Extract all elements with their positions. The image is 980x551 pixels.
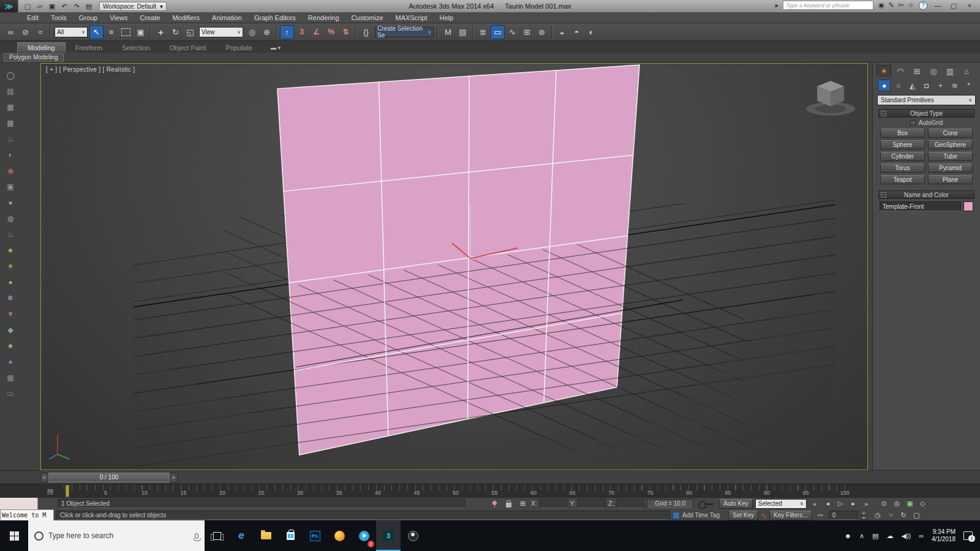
left-toolbar-icon[interactable]: ▣ (5, 181, 16, 192)
time-tag[interactable]: Add Time Tag (673, 512, 720, 519)
left-toolbar-icon[interactable]: ▤ (5, 86, 16, 96)
left-toolbar-icon[interactable]: ● (5, 356, 16, 367)
category-systems[interactable]: * (962, 80, 975, 91)
spinner-snap-toggle[interactable]: ⇅ (339, 25, 353, 39)
autogrid-checkbox[interactable] (910, 120, 916, 126)
selection-filter-dropdown[interactable]: All∨ (55, 27, 88, 37)
taskbar-clock[interactable]: 9:34 PM 4/1/2018 (932, 528, 956, 544)
track-bar[interactable]: ▤ 05101520253035404550556065707580859095… (0, 484, 980, 497)
tab-populate[interactable]: Populate (216, 43, 262, 53)
teapot-button[interactable]: Teapot (880, 175, 925, 184)
menu-item-edit[interactable]: Edit (21, 14, 45, 21)
new-scene-icon[interactable]: ▢ (22, 1, 33, 11)
sync-icon[interactable]: ∞ (919, 532, 924, 539)
previous-frame-arrow[interactable]: < (40, 473, 48, 482)
tab-freeform[interactable]: Freeform (66, 43, 113, 53)
photoshop-icon[interactable]: Ps (303, 520, 327, 551)
time-slider[interactable]: 0 / 100 (48, 473, 170, 482)
snaps-toggle[interactable]: 3 (295, 25, 309, 39)
select-and-manipulate[interactable]: ⊕ (260, 25, 274, 39)
time-slider-marker[interactable] (66, 485, 69, 497)
file-explorer-icon[interactable] (254, 520, 278, 551)
menu-item-help[interactable]: Help (434, 14, 460, 21)
frame-spinner[interactable]: ▲▼ (861, 511, 867, 520)
category-geometry[interactable]: ● (878, 80, 891, 91)
close-button[interactable]: × (962, 0, 978, 11)
align-button[interactable]: ▤ (456, 25, 470, 39)
x-coordinate-field[interactable] (539, 499, 567, 508)
category-space-warps[interactable]: ≋ (948, 80, 961, 91)
menu-item-rendering[interactable]: Rendering (302, 14, 345, 21)
save-file-icon[interactable]: ▣ (47, 1, 58, 11)
microphone-icon[interactable] (195, 533, 198, 539)
communication-center-icon[interactable]: ✎ (886, 1, 896, 10)
sign-in-icon[interactable]: ✄ (896, 1, 906, 10)
material-editor-button[interactable]: ⊚ (535, 25, 549, 39)
menu-item-animation[interactable]: Animation (206, 14, 248, 21)
tab-motion[interactable]: ◎ (926, 65, 941, 77)
tube-button[interactable]: Tube (928, 152, 973, 161)
z-coordinate-field[interactable] (616, 499, 644, 508)
taskbar-search-input[interactable]: Type here to search (28, 520, 205, 551)
schematic-view-button[interactable]: ⊞ (520, 25, 534, 39)
project-folder-icon[interactable]: ▤ (83, 1, 94, 11)
primitives-dropdown[interactable]: Standard Primitives ∨ (877, 95, 976, 105)
minimize-button[interactable]: — (930, 0, 946, 11)
menu-item-create[interactable]: Create (134, 14, 166, 21)
maximize-viewport-toggle[interactable]: ▢ (911, 510, 922, 520)
select-by-name[interactable]: ≡ (104, 25, 118, 39)
onedrive-icon[interactable]: ☁ (886, 532, 893, 540)
undo-icon[interactable]: ↶ (59, 1, 70, 11)
rectangular-selection-region[interactable] (119, 25, 133, 39)
object-color-swatch[interactable] (963, 201, 973, 211)
left-toolbar-icon[interactable]: ♨ (5, 133, 16, 144)
maxscript-mini-listener[interactable] (0, 498, 38, 509)
left-toolbar-icon[interactable]: ▼ (5, 309, 16, 319)
key-filters-button[interactable]: Key Filters... (769, 511, 812, 520)
tab-selection[interactable]: Selection (112, 43, 159, 53)
viewcube[interactable] (806, 81, 855, 116)
obs-icon[interactable] (401, 520, 425, 551)
manage-layers-button[interactable]: ≣ (476, 25, 490, 39)
cylinder-button[interactable]: Cylinder (880, 152, 925, 161)
absolute-mode-icon[interactable]: ⊞ (517, 498, 529, 509)
firefox-icon[interactable] (327, 520, 352, 551)
rendered-frame-window-button[interactable]: ◓ (570, 25, 584, 39)
left-toolbar-icon[interactable]: ◆ (5, 324, 16, 335)
field-of-view-icon[interactable]: ◇ (917, 498, 929, 509)
left-toolbar-icon[interactable]: ▦ (5, 102, 16, 112)
zoom-extents-icon[interactable]: ▣ (904, 498, 916, 509)
hidden-icons-chevron[interactable]: ∧ (859, 532, 864, 540)
y-coordinate-field[interactable] (578, 499, 606, 508)
menu-item-views[interactable]: Views (104, 14, 134, 21)
key-mode-toggle[interactable]: ⊙ (878, 498, 890, 509)
previous-frame-button[interactable]: ◂ (822, 498, 834, 509)
angle-snap-toggle[interactable]: ∠ (309, 25, 323, 39)
tab-create[interactable]: ☀ (876, 65, 891, 77)
left-toolbar-icon[interactable]: ▭ (5, 388, 16, 399)
next-frame-arrow[interactable]: > (170, 473, 178, 482)
mirror-button[interactable]: M (441, 25, 455, 39)
tab-object-paint[interactable]: Object Paint (160, 43, 216, 53)
curve-editor-button[interactable]: ∿ (505, 25, 519, 39)
time-configuration-button[interactable]: ◷ (872, 510, 884, 520)
task-view-button[interactable] (205, 520, 229, 551)
infocenter-arrow-icon[interactable]: ► (774, 2, 780, 9)
app-logo-button[interactable]: ≫ (0, 0, 18, 12)
category-helpers[interactable]: + (934, 80, 947, 91)
left-toolbar-icon[interactable]: ◯ (5, 70, 16, 80)
store-icon[interactable] (278, 520, 303, 551)
tab-hierarchy[interactable]: ⊞ (910, 65, 924, 77)
display-device-icon[interactable]: ▤ (872, 532, 878, 540)
left-toolbar-icon[interactable]: ♨ (5, 229, 16, 239)
start-button[interactable] (0, 520, 28, 551)
favorites-icon[interactable]: ☆ (906, 1, 916, 10)
set-key-button[interactable]: Set Key (728, 511, 758, 520)
category-cameras[interactable]: ◘ (920, 80, 933, 91)
select-and-uniform-scale[interactable]: ◱ (183, 25, 197, 39)
render-production-button[interactable]: ◐ (584, 25, 598, 39)
render-setup-button[interactable]: ◒ (555, 25, 569, 39)
left-toolbar-icon[interactable]: ● (5, 277, 16, 287)
viewport-label[interactable]: [ + ] [ Perspective ] [ Realistic ] (46, 66, 135, 73)
selection-lock-pin-icon[interactable] (489, 498, 500, 509)
